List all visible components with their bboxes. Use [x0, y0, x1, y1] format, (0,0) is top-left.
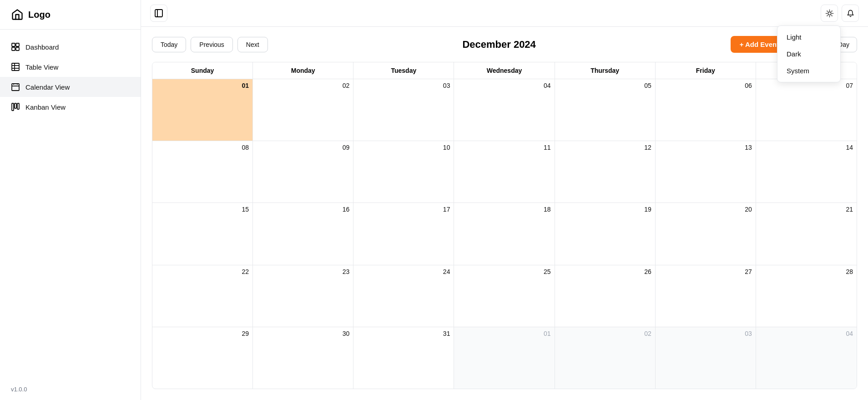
- calendar-day[interactable]: 07: [756, 79, 857, 141]
- day-number: 21: [846, 206, 853, 213]
- day-number: 01: [544, 330, 551, 337]
- calendar-day[interactable]: 03: [353, 79, 454, 141]
- day-number: 15: [242, 206, 249, 213]
- calendar-day[interactable]: 16: [253, 203, 353, 264]
- theme-dropdown: Light Dark System: [777, 25, 841, 82]
- day-number: 12: [644, 144, 651, 151]
- calendar-day[interactable]: 04: [454, 79, 555, 141]
- today-button[interactable]: Today: [152, 37, 186, 52]
- calendar-day[interactable]: 03: [656, 327, 756, 389]
- day-number: 07: [846, 82, 853, 89]
- day-number: 23: [343, 268, 350, 275]
- svg-rect-3: [16, 47, 19, 51]
- svg-rect-14: [17, 103, 19, 109]
- calendar-day[interactable]: 12: [555, 141, 656, 203]
- calendar-day[interactable]: 21: [756, 203, 857, 264]
- day-number: 03: [745, 330, 752, 337]
- calendar-day[interactable]: 04: [756, 327, 857, 389]
- weekday-tuesday: Tuesday: [353, 62, 454, 79]
- calendar-day[interactable]: 11: [454, 141, 555, 203]
- day-number: 09: [343, 144, 350, 151]
- topbar-left: [150, 5, 817, 22]
- svg-line-21: [832, 15, 832, 16]
- notification-button[interactable]: [842, 5, 859, 22]
- sidebar-item-dashboard[interactable]: Dashboard: [0, 37, 141, 57]
- calendar-day[interactable]: 30: [253, 327, 353, 389]
- calendar-day[interactable]: 23: [253, 265, 353, 327]
- day-number: 01: [242, 82, 249, 89]
- calendar-day[interactable]: 09: [253, 141, 353, 203]
- day-number: 06: [745, 82, 752, 89]
- calendar-day[interactable]: 13: [656, 141, 756, 203]
- table-view-label: Table View: [25, 63, 58, 71]
- calendar-day[interactable]: 02: [253, 79, 353, 141]
- calendar-day[interactable]: 25: [454, 265, 555, 327]
- day-number: 30: [343, 330, 350, 337]
- day-number: 19: [644, 206, 651, 213]
- main-content: Light Dark System Today Previous Next De…: [141, 0, 868, 400]
- calendar-day[interactable]: 28: [756, 265, 857, 327]
- calendar-day[interactable]: 31: [353, 327, 454, 389]
- svg-point-17: [828, 11, 831, 15]
- kanban-view-label: Kanban View: [25, 103, 66, 111]
- day-number: 04: [544, 82, 551, 89]
- day-number: 10: [443, 144, 450, 151]
- calendar-week-5: 29303101020304: [152, 327, 857, 389]
- day-number: 05: [644, 82, 651, 89]
- calendar-day[interactable]: 17: [353, 203, 454, 264]
- calendar-day[interactable]: 14: [756, 141, 857, 203]
- svg-line-25: [832, 10, 832, 11]
- svg-rect-4: [12, 63, 19, 71]
- table-icon: [11, 62, 20, 71]
- calendar-day[interactable]: 02: [555, 327, 656, 389]
- notification-icon: [847, 10, 854, 17]
- calendar-day[interactable]: 01: [152, 79, 253, 141]
- day-number: 08: [242, 144, 249, 151]
- previous-button[interactable]: Previous: [191, 37, 232, 52]
- day-number: 03: [443, 82, 450, 89]
- day-number: 26: [644, 268, 651, 275]
- sidebar-item-table-view[interactable]: Table View: [0, 57, 141, 77]
- theme-option-light[interactable]: Light: [777, 29, 840, 46]
- theme-button[interactable]: [821, 5, 838, 22]
- weekday-thursday: Thursday: [555, 62, 656, 79]
- logo: Logo: [0, 0, 141, 30]
- topbar: Light Dark System: [141, 0, 868, 27]
- calendar-icon: [11, 82, 20, 91]
- calendar-day[interactable]: 27: [656, 265, 756, 327]
- weekday-friday: Friday: [656, 62, 756, 79]
- calendar-day[interactable]: 10: [353, 141, 454, 203]
- calendar-day[interactable]: 20: [656, 203, 756, 264]
- sidebar: Logo Dashboard: [0, 0, 141, 400]
- calendar-day[interactable]: 15: [152, 203, 253, 264]
- calendar-view-label: Calendar View: [25, 83, 70, 91]
- calendar-day[interactable]: 01: [454, 327, 555, 389]
- sidebar-toggle-button[interactable]: [150, 5, 167, 22]
- calendar-day[interactable]: 29: [152, 327, 253, 389]
- sidebar-item-calendar-view[interactable]: Calendar View: [0, 77, 141, 97]
- sidebar-item-kanban-view[interactable]: Kanban View: [0, 97, 141, 117]
- calendar-header-row: Sunday Monday Tuesday Wednesday Thursday…: [152, 62, 857, 79]
- kanban-icon: [11, 102, 20, 111]
- calendar-day[interactable]: 08: [152, 141, 253, 203]
- calendar-title: December 2024: [278, 39, 721, 51]
- svg-line-20: [827, 10, 827, 11]
- sidebar-nav: Dashboard Table View: [0, 30, 141, 379]
- calendar-day[interactable]: 26: [555, 265, 656, 327]
- theme-option-system[interactable]: System: [777, 62, 840, 79]
- svg-rect-12: [12, 103, 14, 111]
- theme-option-dark[interactable]: Dark: [777, 46, 840, 62]
- calendar-day[interactable]: 22: [152, 265, 253, 327]
- next-button[interactable]: Next: [237, 37, 268, 52]
- day-number: 27: [745, 268, 752, 275]
- calendar-day[interactable]: 18: [454, 203, 555, 264]
- day-number: 02: [343, 82, 350, 89]
- calendar-day[interactable]: 19: [555, 203, 656, 264]
- home-icon: [11, 8, 24, 21]
- calendar-day[interactable]: 06: [656, 79, 756, 141]
- day-number: 04: [846, 330, 853, 337]
- svg-rect-2: [12, 47, 15, 51]
- svg-rect-15: [155, 10, 162, 17]
- calendar-day[interactable]: 05: [555, 79, 656, 141]
- calendar-day[interactable]: 24: [353, 265, 454, 327]
